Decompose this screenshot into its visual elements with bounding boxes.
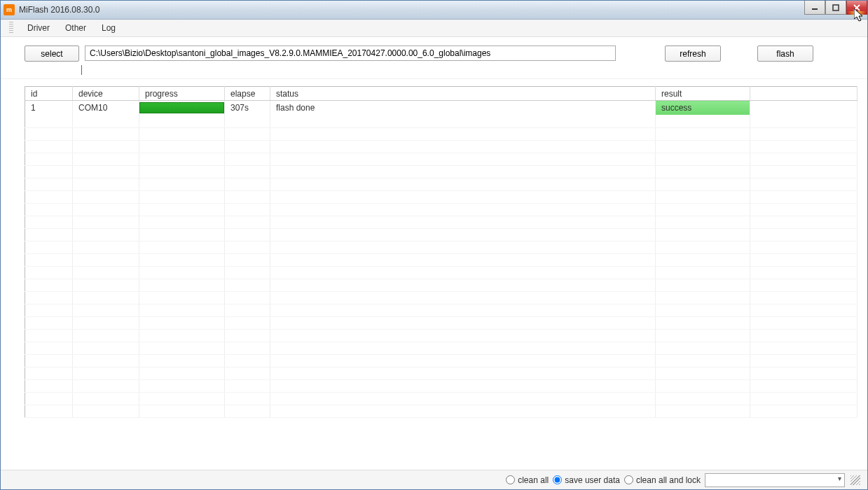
menu-log[interactable]: Log bbox=[95, 20, 123, 36]
svg-rect-1 bbox=[833, 5, 839, 10]
table-row-empty bbox=[25, 178, 857, 190]
table-row-empty bbox=[25, 241, 857, 253]
header-device[interactable]: device bbox=[73, 87, 139, 101]
menu-grip-icon bbox=[9, 22, 13, 34]
radio-clean-all-and-lock[interactable]: clean all and lock bbox=[624, 475, 701, 485]
radio-save-user-data-label[interactable]: save user data bbox=[565, 475, 620, 485]
radio-save-user-data-input[interactable] bbox=[553, 475, 562, 484]
header-progress[interactable]: progress bbox=[139, 87, 225, 101]
minimize-icon bbox=[811, 4, 818, 11]
table-row-empty bbox=[25, 291, 857, 304]
table-body: 1COM10307sflash donesuccess bbox=[25, 101, 857, 418]
device-table: id device progress elapse status result … bbox=[25, 86, 857, 418]
select-button[interactable]: select bbox=[25, 46, 79, 62]
toolbar: select refresh flash bbox=[1, 37, 867, 79]
statusbar: clean all save user data clean all and l… bbox=[1, 470, 867, 489]
radio-save-user-data[interactable]: save user data bbox=[553, 475, 620, 485]
titlebar[interactable]: m MiFlash 2016.08.30.0 bbox=[1, 1, 867, 20]
combo-dropdown[interactable] bbox=[705, 473, 845, 487]
table-row-empty bbox=[25, 304, 857, 316]
app-window: m MiFlash 2016.08.30.0 Driver Other Log … bbox=[0, 0, 868, 490]
cell-result: success bbox=[656, 101, 750, 115]
table-row-empty bbox=[25, 342, 857, 354]
table-row-empty bbox=[25, 367, 857, 379]
radio-clean-all[interactable]: clean all bbox=[506, 475, 549, 485]
table-row-empty bbox=[25, 266, 857, 279]
maximize-icon bbox=[832, 4, 839, 11]
header-id[interactable]: id bbox=[25, 87, 73, 101]
table-row-empty bbox=[25, 165, 857, 178]
window-title: MiFlash 2016.08.30.0 bbox=[19, 5, 99, 15]
table-row-empty bbox=[25, 316, 857, 329]
cell-progress bbox=[139, 101, 225, 115]
radio-clean-all-input[interactable] bbox=[506, 475, 515, 484]
cell-device: COM10 bbox=[73, 101, 139, 115]
table-row-empty bbox=[25, 228, 857, 241]
table-header-row: id device progress elapse status result bbox=[25, 87, 857, 101]
text-caret bbox=[81, 65, 82, 75]
table-row-empty bbox=[25, 379, 857, 392]
radio-clean-all-and-lock-input[interactable] bbox=[624, 475, 633, 484]
refresh-button[interactable]: refresh bbox=[665, 46, 721, 62]
minimize-button[interactable] bbox=[804, 1, 825, 15]
radio-clean-all-label[interactable]: clean all bbox=[518, 475, 549, 485]
table-row-empty bbox=[25, 279, 857, 291]
progress-bar bbox=[139, 102, 224, 113]
table-row-empty bbox=[25, 153, 857, 165]
table-row-empty bbox=[25, 405, 857, 417]
header-pad bbox=[750, 87, 857, 101]
menubar: Driver Other Log bbox=[1, 20, 867, 37]
header-status[interactable]: status bbox=[270, 87, 656, 101]
cell-id: 1 bbox=[25, 101, 73, 115]
cell-elapse: 307s bbox=[225, 101, 270, 115]
table-row-empty bbox=[25, 329, 857, 342]
table-row-empty bbox=[25, 190, 857, 203]
app-icon: m bbox=[4, 4, 15, 15]
cell-status: flash done bbox=[270, 101, 656, 115]
header-result[interactable]: result bbox=[656, 87, 750, 101]
cell-pad bbox=[750, 101, 857, 115]
table-row-empty bbox=[25, 354, 857, 367]
flash-button[interactable]: flash bbox=[757, 46, 813, 62]
menu-other[interactable]: Other bbox=[58, 20, 93, 36]
table-row-empty bbox=[25, 140, 857, 153]
table-row-empty bbox=[25, 127, 857, 140]
menu-driver[interactable]: Driver bbox=[20, 20, 57, 36]
close-icon bbox=[853, 4, 860, 11]
table-row-empty bbox=[25, 392, 857, 405]
resize-grip-icon[interactable] bbox=[850, 475, 860, 485]
maximize-button[interactable] bbox=[825, 1, 846, 15]
table-row-empty bbox=[25, 253, 857, 266]
close-button[interactable] bbox=[846, 1, 867, 15]
table-row-empty bbox=[25, 203, 857, 216]
window-controls bbox=[804, 1, 867, 15]
radio-clean-all-and-lock-label[interactable]: clean all and lock bbox=[636, 475, 701, 485]
table-row-empty bbox=[25, 115, 857, 127]
table-row[interactable]: 1COM10307sflash donesuccess bbox=[25, 101, 857, 115]
header-elapse[interactable]: elapse bbox=[225, 87, 270, 101]
table-row-empty bbox=[25, 216, 857, 228]
path-input[interactable] bbox=[85, 46, 616, 61]
table-container: id device progress elapse status result … bbox=[1, 79, 867, 470]
